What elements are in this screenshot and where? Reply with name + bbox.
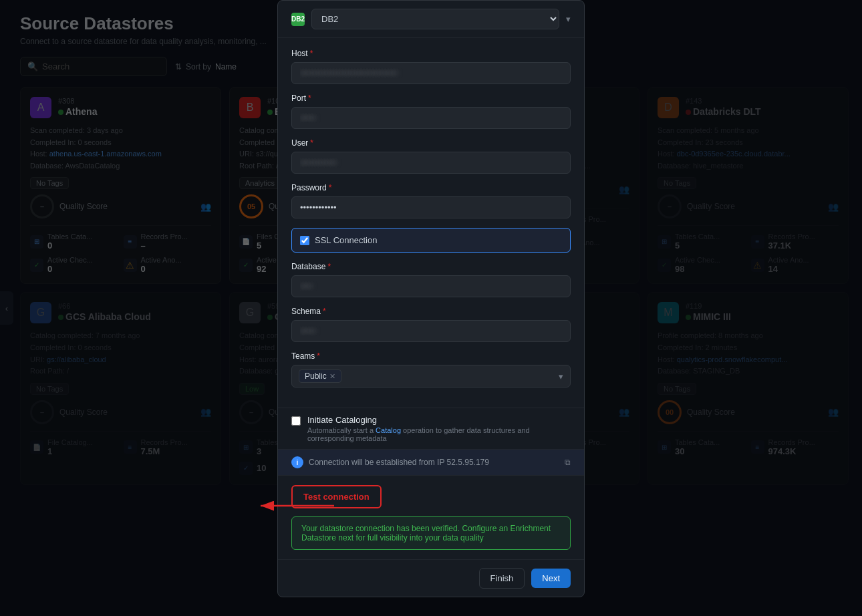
teams-label: Teams * <box>291 351 571 361</box>
modal-db-select[interactable]: DB2 <box>311 9 559 29</box>
password-input[interactable] <box>291 196 571 218</box>
success-message: Your datastore connection has been verif… <box>291 516 571 550</box>
teams-input[interactable]: Public ✕ ▾ <box>291 365 571 388</box>
schema-group: Schema * <box>291 307 571 342</box>
user-group: User * <box>291 138 571 174</box>
connection-info-bar: i Connection will be established from IP… <box>278 449 584 476</box>
finish-button[interactable]: Finish <box>479 568 525 589</box>
database-input[interactable] <box>291 275 571 297</box>
initiate-label: Initiate Cataloging <box>307 415 571 425</box>
arrow-indicator <box>254 492 341 521</box>
ssl-checkbox[interactable] <box>300 236 309 245</box>
teams-chevron-icon: ▾ <box>559 371 563 381</box>
db-badge: DB2 <box>291 13 305 26</box>
remove-team-button[interactable]: ✕ <box>329 372 335 381</box>
ssl-checkbox-row[interactable]: SSL Connection <box>291 228 571 253</box>
host-label: Host * <box>291 49 571 58</box>
dropdown-icon: ▾ <box>566 14 571 24</box>
port-label: Port * <box>291 94 571 103</box>
user-input[interactable] <box>291 152 571 174</box>
database-label: Database * <box>291 262 571 271</box>
password-group: Password * <box>291 183 571 218</box>
connection-info-text: Connection will be established from IP 5… <box>309 458 489 467</box>
user-label: User * <box>291 138 571 148</box>
port-input[interactable] <box>291 107 571 129</box>
initiate-desc: Automatically start a Catalog operation … <box>307 426 571 442</box>
port-group: Port * <box>291 94 571 129</box>
required-marker: * <box>310 49 313 58</box>
info-icon: i <box>291 456 303 468</box>
db-type-select[interactable]: DB2 <box>311 9 559 29</box>
host-input[interactable] <box>291 62 571 84</box>
database-group: Database * <box>291 262 571 297</box>
team-tag-public: Public ✕ <box>299 369 341 383</box>
initiate-checkbox-wrapper[interactable] <box>291 415 301 428</box>
initiate-checkbox[interactable] <box>291 416 301 426</box>
teams-group: Teams * Public ✕ ▾ <box>291 351 571 388</box>
initiate-section: Initiate Cataloging Automatically start … <box>278 408 584 449</box>
schema-input[interactable] <box>291 320 571 342</box>
host-group: Host * <box>291 49 571 84</box>
modal-footer: Finish Next <box>278 559 584 597</box>
password-label: Password * <box>291 183 571 192</box>
schema-label: Schema * <box>291 307 571 316</box>
team-name: Public <box>305 371 327 381</box>
ssl-label: SSL Connection <box>315 235 377 245</box>
copy-icon[interactable]: ⧉ <box>565 458 571 467</box>
next-button[interactable]: Next <box>531 569 571 588</box>
